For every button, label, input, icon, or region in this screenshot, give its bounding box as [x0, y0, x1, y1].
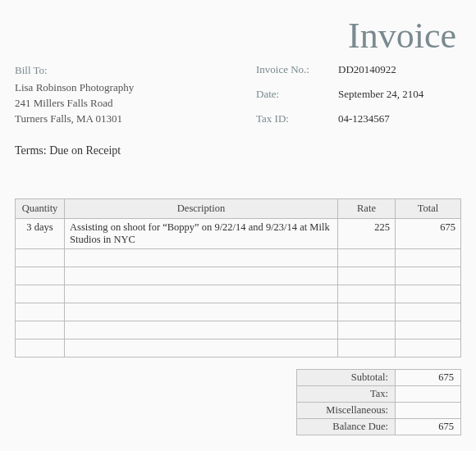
misc-value: [396, 403, 461, 419]
bill-to-label: Bill To:: [15, 63, 134, 79]
cell-qty: [16, 303, 65, 321]
cell-desc: [65, 321, 338, 339]
header-section: Bill To: Lisa Robinson Photography 241 M…: [15, 63, 461, 157]
col-header-description: Description: [65, 199, 338, 219]
tax-total-value: [396, 386, 461, 403]
date-value: September 24, 2104: [338, 88, 461, 101]
cell-total: 675: [396, 219, 461, 249]
cell-qty: 3 days: [16, 219, 65, 249]
totals-table: Subtotal: 675 Tax: Miscellaneous: Balanc…: [296, 369, 461, 435]
cell-rate: [338, 267, 396, 285]
invoice-no-label: Invoice No.:: [256, 63, 338, 76]
col-header-total: Total: [396, 199, 461, 219]
subtotal-value: 675: [396, 370, 461, 386]
cell-rate: [338, 303, 396, 321]
col-header-quantity: Quantity: [16, 199, 65, 219]
cell-qty: [16, 339, 65, 358]
subtotal-label: Subtotal:: [297, 370, 396, 386]
cell-rate: [338, 321, 396, 339]
table-row: [16, 339, 461, 358]
cell-desc: Assisting on shoot for “Boppy” on 9/22/1…: [65, 219, 338, 249]
balance-due-label: Balance Due:: [297, 419, 396, 435]
cell-total: [396, 267, 461, 285]
tax-id-label: Tax ID:: [256, 112, 338, 125]
cell-total: [396, 339, 461, 358]
tax-total-label: Tax:: [297, 386, 396, 403]
meta-block: Invoice No.: DD20140922 Date: September …: [256, 63, 461, 157]
cell-total: [396, 285, 461, 303]
bill-to-city: Turners Falls, MA 01301: [15, 112, 134, 127]
cell-rate: [338, 249, 396, 267]
invoice-no-value: DD20140922: [338, 63, 461, 76]
balance-due-value: 675: [396, 419, 461, 435]
table-row: [16, 303, 461, 321]
cell-rate: [338, 285, 396, 303]
cell-qty: [16, 249, 65, 267]
cell-desc: [65, 249, 338, 267]
table-row: [16, 267, 461, 285]
cell-desc: [65, 285, 338, 303]
cell-rate: [338, 339, 396, 358]
table-row: [16, 249, 461, 267]
terms-text: Terms: Due on Receipt: [15, 144, 134, 157]
bill-to-block: Bill To: Lisa Robinson Photography 241 M…: [15, 63, 134, 157]
table-row: [16, 285, 461, 303]
invoice-title: Invoice: [15, 15, 461, 57]
cell-qty: [16, 321, 65, 339]
table-row: [16, 321, 461, 339]
line-items-table: Quantity Description Rate Total 3 days A…: [15, 198, 461, 358]
cell-total: [396, 321, 461, 339]
cell-rate: 225: [338, 219, 396, 249]
tax-id-value: 04-1234567: [338, 112, 461, 125]
cell-qty: [16, 285, 65, 303]
bill-to-name: Lisa Robinson Photography: [15, 80, 134, 96]
cell-desc: [65, 267, 338, 285]
cell-desc: [65, 303, 338, 321]
col-header-rate: Rate: [338, 199, 396, 219]
table-row: 3 days Assisting on shoot for “Boppy” on…: [16, 219, 461, 249]
cell-total: [396, 249, 461, 267]
cell-total: [396, 303, 461, 321]
date-label: Date:: [256, 88, 338, 101]
cell-desc: [65, 339, 338, 358]
cell-qty: [16, 267, 65, 285]
bill-to-street: 241 Millers Falls Road: [15, 96, 134, 112]
misc-label: Miscellaneous:: [297, 403, 396, 419]
